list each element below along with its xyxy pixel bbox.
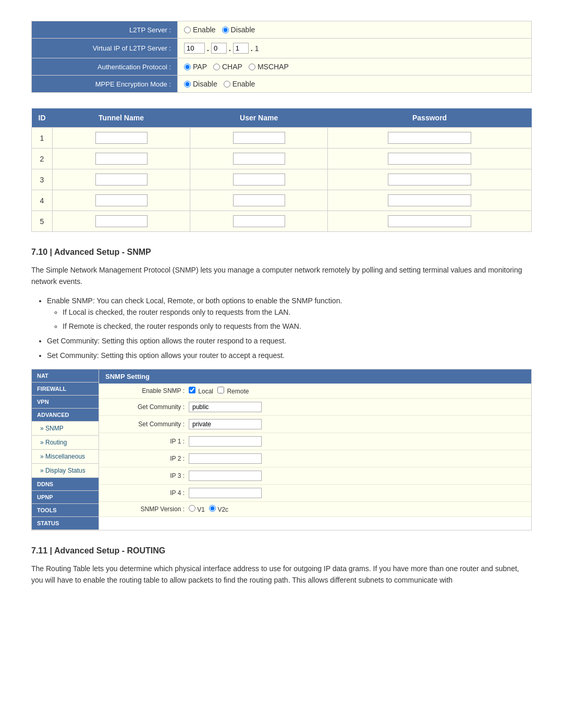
snmp-set-community-input[interactable] [189,419,262,429]
sidebar-item-nat[interactable]: NAT [32,369,99,382]
l2tp-enable-radio[interactable] [184,27,191,33]
auth-chap-option[interactable]: CHAP [213,63,242,71]
auth-protocol-value: PAP CHAP MSCHAP [178,58,532,76]
sidebar-item-status[interactable]: STATUS [32,517,99,530]
snmp-v1-radio[interactable] [189,505,195,512]
snmp-ip1-row: IP 1 : [99,433,531,450]
ip-octet-2[interactable] [211,43,227,54]
password-input[interactable] [388,132,471,144]
snmp-sidebar: NAT FIREWALL VPN ADVANCED SNMP Routing M… [31,369,99,530]
mppe-enable-radio[interactable] [224,81,230,88]
snmp-enable-label: Enable SNMP : [105,387,189,394]
snmp-ip1-input[interactable] [189,436,262,447]
snmp-enable-row: Enable SNMP : Local Remote [99,384,531,399]
snmp-remote-checkbox[interactable] [217,387,224,393]
snmp-ip4-row: IP 4 : [99,485,531,502]
mppe-disable-option[interactable]: Disable [184,80,217,88]
snmp-ip2-input[interactable] [189,453,262,464]
snmp-heading: 7.10 | Advanced Setup - SNMP [31,248,532,257]
snmp-v1-option[interactable]: V1 [189,505,205,513]
mppe-disable-radio[interactable] [184,81,191,88]
snmp-set-community-row: Set Community : [99,416,531,433]
sidebar-item-routing[interactable]: Routing [32,436,99,450]
tunnel-name-input[interactable] [95,194,148,206]
auth-chap-radio[interactable] [213,64,220,70]
snmp-version-row: SNMP Version : V1 V2c [99,502,531,517]
l2tp-disable-option[interactable]: Disable [222,26,255,34]
tunnel-name-cell [53,211,190,232]
col-user-name: User Name [190,108,328,128]
table-row: 3 [32,169,532,190]
sidebar-item-snmp[interactable]: SNMP [32,422,99,436]
virtual-ip-row: Virtual IP of L2TP Server : . . . 1 [32,39,532,58]
sub-bullet-local: If Local is checked, the router responds… [63,306,532,318]
mppe-enable-option[interactable]: Enable [224,80,255,88]
tunnel-name-input[interactable] [95,174,148,186]
user-name-input[interactable] [233,215,285,227]
sidebar-item-advanced[interactable]: ADVANCED [32,409,99,422]
snmp-ip2-value [189,453,262,464]
sidebar-item-tools[interactable]: TOOLS [32,504,99,517]
sidebar-item-upnp[interactable]: UPnP [32,491,99,504]
sidebar-item-miscellaneous[interactable]: Miscellaneous [32,450,99,464]
snmp-get-community-input[interactable] [189,402,262,412]
snmp-local-option[interactable]: Local [189,387,213,395]
bullet-enable-snmp-text: Enable SNMP: You can check Local, Remote… [47,297,342,305]
password-input[interactable] [388,153,471,165]
snmp-local-checkbox[interactable] [189,387,195,393]
table-row: 1 [32,128,532,149]
tunnel-name-input[interactable] [95,132,148,144]
tunnel-id: 5 [32,211,53,232]
auth-pap-option[interactable]: PAP [184,63,207,71]
password-input[interactable] [388,215,471,227]
snmp-v2c-option[interactable]: V2c [209,505,228,513]
auth-pap-radio[interactable] [184,64,191,70]
snmp-ip3-label: IP 3 : [105,472,189,479]
routing-heading: 7.11 | Advanced Setup - ROUTING [31,546,532,556]
snmp-form-panel: SNMP Setting Enable SNMP : Local Remote [99,369,532,530]
virtual-ip-value: . . . 1 [178,39,532,58]
snmp-ip3-value [189,471,262,481]
user-name-input[interactable] [233,174,285,186]
tunnel-id: 4 [32,190,53,211]
snmp-ip4-input[interactable] [189,488,262,498]
sidebar-item-display-status[interactable]: Display Status [32,464,99,478]
snmp-remote-label: Remote [227,388,249,395]
snmp-v1-label: V1 [197,506,205,513]
table-row: 5 [32,211,532,232]
snmp-form: Enable SNMP : Local Remote Get [99,384,531,517]
l2tp-enable-option[interactable]: Enable [184,26,216,34]
user-name-input[interactable] [233,153,285,165]
mppe-radio-group: Disable Enable [184,80,525,88]
snmp-sub-bullets: If Local is checked, the router responds… [63,306,532,332]
password-input[interactable] [388,174,471,186]
sidebar-item-vpn[interactable]: VPN [32,396,99,409]
ip-dot-1: . [207,44,209,53]
snmp-description: The Simple Network Management Protocol (… [31,264,532,288]
table-row: 2 [32,149,532,169]
tunnel-id: 1 [32,128,53,149]
sidebar-item-ddns[interactable]: DDNS [32,478,99,491]
auth-mschap-option[interactable]: MSCHAP [249,63,289,71]
tunnel-name-cell [53,190,190,211]
ip-octet-1[interactable] [184,43,205,54]
auth-mschap-radio[interactable] [249,64,255,70]
ip-dot-2: . [229,44,231,53]
user-name-cell [190,149,328,169]
snmp-ip2-row: IP 2 : [99,450,531,467]
snmp-remote-option[interactable]: Remote [217,387,249,395]
ip-octet-3[interactable] [233,43,249,54]
l2tp-disable-radio[interactable] [222,27,229,33]
auth-pap-label: PAP [193,63,207,71]
sidebar-item-firewall[interactable]: FIREWALL [32,382,99,396]
tunnel-name-input[interactable] [95,215,148,227]
user-name-input[interactable] [233,132,285,144]
tunnel-name-input[interactable] [95,153,148,165]
snmp-ip4-value [189,488,262,498]
password-input[interactable] [388,194,471,206]
snmp-v2c-radio[interactable] [209,505,216,512]
user-name-cell [190,128,328,149]
l2tp-settings-table: L2TP Server : Enable Disable Virtual IP … [31,21,532,93]
user-name-input[interactable] [233,194,285,206]
snmp-ip3-input[interactable] [189,471,262,481]
